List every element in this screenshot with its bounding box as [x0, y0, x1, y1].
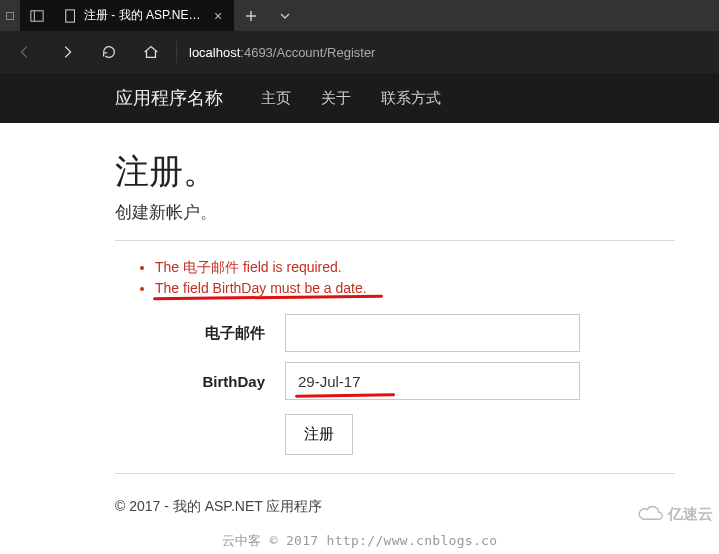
- svg-rect-2: [66, 9, 75, 21]
- watermark-text: 亿速云: [668, 505, 713, 524]
- tab-close-button[interactable]: ×: [210, 8, 226, 24]
- page-icon: [64, 9, 78, 23]
- watermark: 亿速云: [636, 504, 713, 524]
- arrow-right-icon: [58, 43, 76, 61]
- address-bar[interactable]: localhost:4693/Account/Register: [185, 45, 375, 60]
- nav-contact[interactable]: 联系方式: [381, 89, 441, 108]
- form-row-email: 电子邮件: [115, 314, 700, 352]
- svg-rect-0: [31, 10, 43, 21]
- submit-row: 注册: [285, 414, 700, 455]
- footer-divider: [115, 473, 675, 474]
- tab-title: 注册 - 我的 ASP.NET 应: [84, 7, 204, 24]
- validation-error-text: The field BirthDay must be a date.: [155, 280, 367, 296]
- form-row-birthday: BirthDay: [115, 362, 700, 400]
- copyright-text: © 2017 - 我的 ASP.NET 应用程序: [115, 498, 322, 516]
- sidebar-icon: [30, 9, 44, 23]
- toolbar-separator: [176, 41, 177, 63]
- image-credit: 云中客 © 2017 http://www.cnblogs.co: [0, 532, 719, 550]
- back-button[interactable]: [6, 33, 44, 71]
- home-icon: [142, 43, 160, 61]
- validation-error: The 电子邮件 field is required.: [155, 259, 700, 277]
- page-subtitle: 创建新帐户。: [115, 201, 700, 224]
- home-button[interactable]: [132, 33, 170, 71]
- validation-error: The field BirthDay must be a date.: [155, 280, 700, 296]
- plus-icon: [245, 10, 257, 22]
- nav-home[interactable]: 主页: [261, 89, 291, 108]
- email-label: 电子邮件: [115, 324, 285, 343]
- page-title: 注册。: [115, 149, 700, 195]
- window-titlebar: 注册 - 我的 ASP.NET 应 ×: [0, 0, 719, 31]
- birthday-field[interactable]: [285, 362, 580, 400]
- browser-toolbar: localhost:4693/Account/Register: [0, 31, 719, 73]
- new-tab-button[interactable]: [234, 0, 268, 31]
- forward-button[interactable]: [48, 33, 86, 71]
- nav-about[interactable]: 关于: [321, 89, 351, 108]
- tab-preview-button[interactable]: [268, 0, 302, 31]
- register-button[interactable]: 注册: [285, 414, 353, 455]
- page-content: 注册。 创建新帐户。 The 电子邮件 field is required. T…: [0, 123, 700, 455]
- divider: [115, 240, 675, 241]
- refresh-button[interactable]: [90, 33, 128, 71]
- email-field[interactable]: [285, 314, 580, 352]
- birthday-label: BirthDay: [115, 373, 285, 390]
- hub-button[interactable]: [20, 0, 54, 31]
- chevron-down-icon: [279, 10, 291, 22]
- address-host: localhost: [189, 45, 240, 60]
- cloud-icon: [636, 504, 664, 524]
- address-path: :4693/Account/Register: [240, 45, 375, 60]
- birthday-field-wrap: [285, 362, 580, 400]
- refresh-icon: [100, 43, 118, 61]
- browser-tab[interactable]: 注册 - 我的 ASP.NET 应 ×: [54, 0, 234, 31]
- validation-summary: The 电子邮件 field is required. The field Bi…: [141, 259, 700, 296]
- arrow-left-icon: [16, 43, 34, 61]
- site-navbar: 应用程序名称 主页 关于 联系方式: [0, 73, 719, 123]
- page-footer: © 2017 - 我的 ASP.NET 应用程序: [115, 498, 719, 516]
- brand-link[interactable]: 应用程序名称: [115, 86, 223, 110]
- tab-drag-handle[interactable]: [0, 0, 20, 31]
- tab-strip: 注册 - 我的 ASP.NET 应 ×: [0, 0, 302, 31]
